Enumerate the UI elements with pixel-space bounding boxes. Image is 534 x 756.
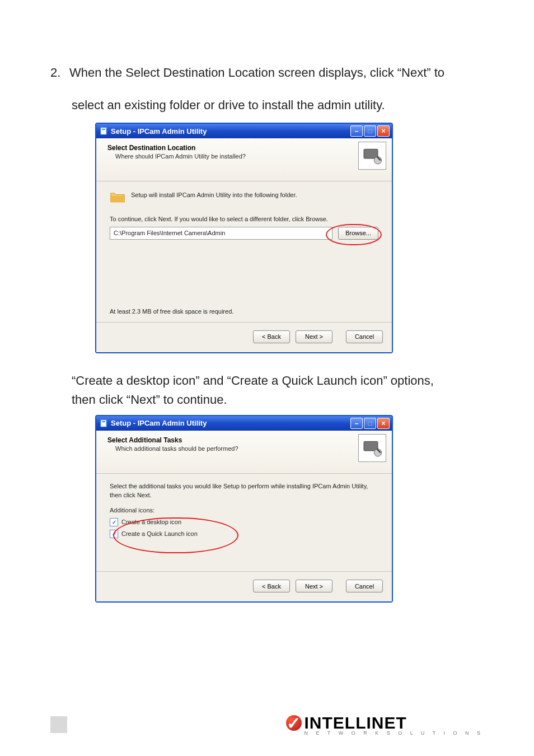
folder-icon (110, 190, 125, 207)
lead-text: Select the additional tasks you would li… (110, 482, 378, 500)
brand-check-icon: ✓ (286, 715, 302, 731)
svg-rect-0 (101, 128, 106, 134)
browse-button[interactable]: Browse... (338, 227, 378, 240)
header-icon (358, 434, 386, 462)
back-button[interactable]: < Back (253, 330, 290, 343)
brand-logo: ✓ INTELLINET N E T W O R K S O L U T I O… (286, 713, 484, 736)
step-text-l1: When the Select Destination Location scr… (69, 66, 444, 80)
check-icon (110, 518, 118, 526)
disk-space-text: At least 2.3 MB of free disk space is re… (110, 307, 378, 316)
mid-note: “Create a desktop icon” and “Create a Qu… (72, 371, 484, 409)
mid-note-l2: then click “Next” to continue. (72, 390, 484, 409)
step-heading: 2.When the Select Destination Location s… (50, 62, 484, 84)
minimize-icon[interactable]: – (350, 418, 363, 429)
svg-rect-5 (102, 421, 105, 422)
group-label: Additional icons: (110, 506, 378, 515)
window-title: Setup - IPCam Admin Utility (111, 419, 349, 427)
setup-icon (100, 419, 109, 428)
titlebar[interactable]: Setup - IPCam Admin Utility – □ × (96, 124, 392, 138)
header-subtitle: Where should IPCam Admin Utility be inst… (115, 153, 384, 160)
close-icon[interactable]: × (377, 125, 390, 137)
step-number: 2. (50, 62, 69, 84)
intro-text: Setup will install IPCam Admin Utility i… (131, 190, 297, 200)
back-button[interactable]: < Back (253, 580, 290, 592)
step-text-l2: select an existing folder or drive to in… (50, 94, 484, 116)
next-button[interactable]: Next > (296, 330, 332, 343)
mid-note-l1: “Create a desktop icon” and “Create a Qu… (72, 371, 484, 390)
maximize-icon[interactable]: □ (364, 125, 376, 137)
check-icon (110, 530, 118, 538)
page-box (50, 716, 67, 733)
setup-icon (100, 127, 109, 136)
checkbox-label: Create a desktop icon (121, 517, 181, 527)
svg-rect-4 (101, 420, 106, 427)
svg-rect-1 (102, 129, 105, 130)
cancel-button[interactable]: Cancel (346, 330, 383, 343)
checkbox-label: Create a Quick Launch icon (121, 529, 198, 539)
header-title: Select Additional Tasks (107, 436, 384, 444)
maximize-icon[interactable]: □ (364, 418, 376, 429)
checkbox-quicklaunch-icon[interactable]: Create a Quick Launch icon (110, 529, 378, 539)
wizard-destination: Setup - IPCam Admin Utility – □ × Select… (95, 123, 393, 353)
continue-text: To continue, click Next. If you would li… (110, 214, 378, 224)
install-path-input[interactable]: C:\Program Files\Internet Camera\Admin (110, 227, 332, 240)
brand-name: INTELLINET (304, 713, 406, 732)
checkbox-desktop-icon[interactable]: Create a desktop icon (110, 517, 378, 528)
wizard-tasks: Setup - IPCam Admin Utility – □ × Select… (95, 415, 393, 603)
minimize-icon[interactable]: – (350, 125, 363, 137)
window-title: Setup - IPCam Admin Utility (111, 127, 349, 136)
close-icon[interactable]: × (377, 418, 390, 429)
next-button[interactable]: Next > (296, 580, 332, 592)
header-icon (358, 142, 386, 170)
header-title: Select Destination Location (107, 144, 384, 152)
brand-sub: N E T W O R K S O L U T I O N S (304, 730, 484, 736)
cancel-button[interactable]: Cancel (346, 580, 383, 592)
titlebar[interactable]: Setup - IPCam Admin Utility – □ × (96, 416, 392, 431)
header-subtitle: Which additional tasks should be perform… (115, 445, 384, 452)
